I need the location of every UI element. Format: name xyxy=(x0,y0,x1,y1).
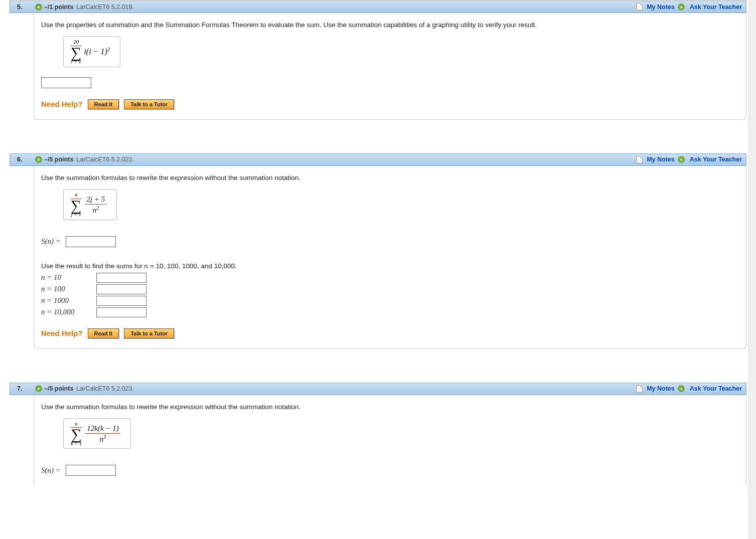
frac-numerator: 2j + 5 xyxy=(85,196,106,205)
n-label: n = 10 xyxy=(41,273,96,282)
talk-tutor-button[interactable]: Talk to a Tutor xyxy=(124,328,174,338)
sum-lower: k = 1 xyxy=(71,441,82,447)
sigma-icon: n ∑ j = 1 xyxy=(71,193,81,218)
sn-input[interactable] xyxy=(66,236,116,247)
points-label: –/1 points xyxy=(44,4,73,11)
my-notes-link[interactable]: My Notes xyxy=(647,156,675,163)
points-label: –/5 points xyxy=(44,156,73,163)
n-row: n = 10 xyxy=(41,273,739,283)
n-input-1000[interactable] xyxy=(96,296,146,306)
points-label: –/5 points xyxy=(44,385,73,392)
need-help-row: Need Help? Read It Talk to a Tutor xyxy=(41,328,739,338)
question-header: 7. + –/5 points LarCalcET6 5.2.023. My N… xyxy=(10,383,746,395)
formula-display: n ∑ j = 1 2j + 5 n2 xyxy=(63,189,117,220)
source-label: LarCalcET6 5.2.023. xyxy=(76,385,134,392)
sn-row: S(n) = xyxy=(41,462,739,476)
question-number: 6. xyxy=(14,156,35,163)
question-body: Use the summation formulas to rewrite th… xyxy=(34,166,746,349)
formula-display: n ∑ k = 1 12k(k − 1) n3 xyxy=(63,418,131,449)
sum-lower: j = 1 xyxy=(71,212,81,218)
answer-row xyxy=(41,74,739,88)
question-6: 6. + –/5 points LarCalcET6 5.2.022. My N… xyxy=(9,153,747,349)
my-notes-link[interactable]: My Notes xyxy=(647,385,675,392)
expand-icon[interactable]: + xyxy=(35,385,42,392)
sn-label: S(n) = xyxy=(41,466,61,474)
sum-body: i(i − 1)2 xyxy=(84,47,110,56)
header-right-group: My Notes + Ask Your Teacher xyxy=(636,156,742,163)
prompt-text: Use the summation formulas to rewrite th… xyxy=(41,402,739,412)
n-row: n = 100 xyxy=(41,284,739,294)
read-it-button[interactable]: Read It xyxy=(88,328,119,338)
plus-icon[interactable]: + xyxy=(678,385,685,392)
plus-icon[interactable]: + xyxy=(678,4,685,11)
question-header: 5. + –/1 points LarCalcET6 5.2.019. My N… xyxy=(10,1,746,13)
ask-teacher-link[interactable]: Ask Your Teacher xyxy=(690,385,742,392)
need-help-row: Need Help? Read It Talk to a Tutor xyxy=(41,99,739,109)
header-right-group: My Notes + Ask Your Teacher xyxy=(636,3,742,11)
fraction: 2j + 5 n2 xyxy=(85,196,106,215)
question-body: Use the properties of summation and the … xyxy=(34,13,746,120)
question-number: 7. xyxy=(14,385,35,392)
plus-icon[interactable]: + xyxy=(678,156,685,163)
expand-icon[interactable]: + xyxy=(35,156,42,163)
formula-display: 20 ∑ i = 1 i(i − 1)2 xyxy=(63,36,120,67)
question-5: 5. + –/1 points LarCalcET6 5.2.019. My N… xyxy=(9,0,747,120)
n-label: n = 100 xyxy=(41,285,96,293)
n-input-10[interactable] xyxy=(96,273,146,283)
prompt-text: Use the properties of summation and the … xyxy=(41,20,739,30)
answer-input[interactable] xyxy=(41,77,91,88)
frac-denominator: n3 xyxy=(85,434,120,444)
prompt-text: Use the summation formulas to rewrite th… xyxy=(41,173,739,183)
header-right-group: My Notes + Ask Your Teacher xyxy=(636,385,742,393)
question-number: 5. xyxy=(14,4,35,11)
source-label: LarCalcET6 5.2.019. xyxy=(76,4,134,11)
n-label: n = 1000 xyxy=(41,296,96,305)
notes-icon[interactable] xyxy=(636,3,643,11)
question-7: 7. + –/5 points LarCalcET6 5.2.023. My N… xyxy=(9,382,747,487)
need-help-label: Need Help? xyxy=(41,100,83,108)
need-help-label: Need Help? xyxy=(41,329,83,337)
ask-teacher-link[interactable]: Ask Your Teacher xyxy=(690,156,742,163)
sn-row: S(n) = xyxy=(41,233,739,247)
sum-lower: i = 1 xyxy=(71,59,81,65)
fraction: 12k(k − 1) n3 xyxy=(85,425,120,444)
read-it-button[interactable]: Read It xyxy=(88,99,119,109)
frac-denominator: n2 xyxy=(85,205,106,215)
scrollbar[interactable] xyxy=(748,0,756,486)
sigma-icon: n ∑ k = 1 xyxy=(71,422,82,447)
question-body: Use the summation formulas to rewrite th… xyxy=(34,395,746,486)
n-input-10000[interactable] xyxy=(96,307,146,317)
talk-tutor-button[interactable]: Talk to a Tutor xyxy=(124,99,174,109)
n-input-100[interactable] xyxy=(96,284,146,294)
sn-label: S(n) = xyxy=(41,237,61,245)
my-notes-link[interactable]: My Notes xyxy=(647,4,675,11)
ask-teacher-link[interactable]: Ask Your Teacher xyxy=(690,4,742,11)
expand-icon[interactable]: + xyxy=(35,4,42,11)
sigma-icon: 20 ∑ i = 1 xyxy=(71,40,81,65)
n-row: n = 10,000 xyxy=(41,307,739,317)
sub-prompt: Use the result to find the sums for n = … xyxy=(41,262,739,270)
source-label: LarCalcET6 5.2.022. xyxy=(76,156,134,163)
n-row: n = 1000 xyxy=(41,296,739,306)
frac-numerator: 12k(k − 1) xyxy=(85,425,120,434)
notes-icon[interactable] xyxy=(636,385,643,393)
question-header: 6. + –/5 points LarCalcET6 5.2.022. My N… xyxy=(10,153,746,166)
n-label: n = 10,000 xyxy=(41,308,96,316)
sn-input[interactable] xyxy=(66,465,116,476)
notes-icon[interactable] xyxy=(636,156,643,163)
